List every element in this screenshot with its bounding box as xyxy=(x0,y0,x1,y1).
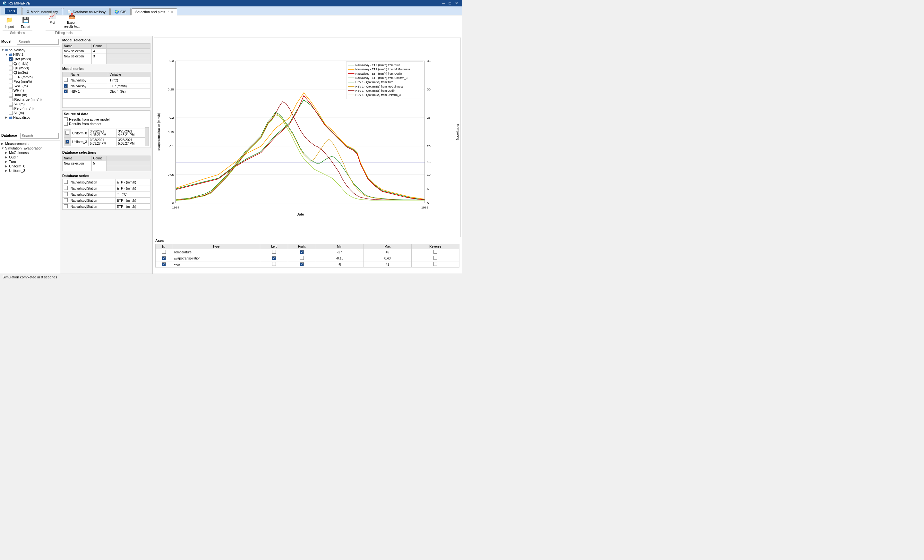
axes-left-checkbox-flow[interactable] xyxy=(272,262,276,266)
axes-right-evap[interactable] xyxy=(288,255,316,261)
tree-item-wh[interactable]: WH (-) xyxy=(8,88,59,93)
ms-check-2[interactable] xyxy=(63,83,69,89)
qtot-checkbox[interactable] xyxy=(9,57,13,61)
model-search-input[interactable] xyxy=(17,39,59,45)
tree-item-irecharge[interactable]: iRecharge (mm/h) xyxy=(8,97,59,102)
source-dataset-row[interactable]: Results from dataset xyxy=(64,121,149,126)
iperc-checkbox[interactable] xyxy=(9,106,13,110)
axes-x-checkbox-temp[interactable] xyxy=(162,250,166,254)
source-dataset-checkbox[interactable] xyxy=(64,122,68,126)
irecharge-checkbox[interactable] xyxy=(9,97,13,101)
database-search-input[interactable] xyxy=(20,133,59,139)
dbs-row-5[interactable]: Nauvalisoy|Station ETP - (mm/h) xyxy=(63,204,150,210)
dbs-check-2[interactable] xyxy=(63,186,69,192)
axes-x-checkbox-evap[interactable] xyxy=(162,256,166,260)
expand-simevap[interactable]: ▼ xyxy=(1,147,4,150)
tree-item-qr[interactable]: Qr (m3/s) xyxy=(8,61,59,66)
expand-oudin[interactable]: ▶ xyxy=(5,156,8,159)
ms-checkbox-1[interactable] xyxy=(64,78,68,82)
ds-check-1[interactable] xyxy=(64,129,71,138)
peq-checkbox[interactable] xyxy=(9,79,13,83)
source-active-checkbox[interactable] xyxy=(64,117,68,121)
qu-checkbox[interactable] xyxy=(9,66,13,70)
expand-nauvalisoy-leaf[interactable]: ▶ xyxy=(5,116,8,119)
expand-uniform3[interactable]: ▶ xyxy=(5,169,8,172)
dbs-row-1[interactable]: Nauvalisoy|Station ETP - (mm/h) xyxy=(63,179,150,186)
tree-item-simevap[interactable]: ▼ Simulation_Evaporation xyxy=(1,146,59,150)
axes-right-checkbox-flow[interactable] xyxy=(300,262,304,266)
export-results-button[interactable]: 📤 Exportresults to... xyxy=(62,10,82,30)
tree-item-hum[interactable]: Hum (m) xyxy=(8,93,59,97)
expand-nauvalisoy[interactable]: ▼ xyxy=(1,48,4,52)
import-button[interactable]: 📁 Import xyxy=(3,15,16,30)
tree-item-sl[interactable]: SL (m) xyxy=(8,111,59,115)
plot-button[interactable]: 📈 Plot xyxy=(45,10,59,30)
tree-item-measurements[interactable]: ▶ Measurements xyxy=(1,141,59,146)
axes-left-checkbox-temp[interactable] xyxy=(272,250,276,254)
axes-left-evap[interactable] xyxy=(260,255,288,261)
ms-row-1[interactable]: Nauvalisoy T (°C) xyxy=(63,77,150,83)
axes-x-flow[interactable] xyxy=(156,261,172,268)
axes-x-evap[interactable] xyxy=(156,255,172,261)
axes-right-checkbox-evap[interactable] xyxy=(300,256,304,260)
expand-turc[interactable]: ▶ xyxy=(5,160,8,163)
axes-right-checkbox-temp[interactable] xyxy=(300,250,304,254)
axes-reverse-checkbox-temp[interactable] xyxy=(434,250,437,254)
tree-item-etr[interactable]: ETR (mm/h) xyxy=(8,75,59,79)
tab-selplots[interactable]: Selection and plots * ✕ xyxy=(131,8,177,15)
ms-row-2[interactable]: Nauvalisoy ETP (mm/h) xyxy=(63,83,150,89)
tree-item-su[interactable]: SU (m) xyxy=(8,102,59,106)
tree-item-peq[interactable]: Peq (mm/h) xyxy=(8,79,59,84)
axes-left-temp[interactable] xyxy=(260,249,288,255)
swe-checkbox[interactable] xyxy=(9,84,13,88)
dbs-check-4[interactable] xyxy=(63,198,69,204)
tree-item-hbv1[interactable]: ▼ 🏔 HBV 1 xyxy=(4,52,59,57)
axes-right-flow[interactable] xyxy=(288,261,316,268)
maximize-button[interactable]: □ xyxy=(448,1,452,6)
tree-item-qu[interactable]: Qu (m3/s) xyxy=(8,66,59,70)
axes-x-checkbox-flow[interactable] xyxy=(162,262,166,266)
tree-item-nauvalisoy[interactable]: ▼ ⊞ nauvalisoy xyxy=(1,48,59,52)
axes-left-flow[interactable] xyxy=(260,261,288,268)
dbs-check-5[interactable] xyxy=(63,204,69,210)
dbs-check-1[interactable] xyxy=(63,179,69,186)
expand-uniform0[interactable]: ▶ xyxy=(5,165,8,168)
ms-checkbox-2[interactable] xyxy=(64,84,68,88)
source-active-row[interactable]: Results from active model xyxy=(64,117,149,121)
expand-hbv1[interactable]: ▼ xyxy=(5,53,8,56)
minimize-button[interactable]: ─ xyxy=(441,1,446,6)
model-sel-row-2[interactable]: New selection 3 xyxy=(63,54,150,59)
tree-item-ql[interactable]: Ql (m3/s) xyxy=(8,70,59,75)
ms-check-1[interactable] xyxy=(63,77,69,83)
axes-right-temp[interactable] xyxy=(288,249,316,255)
scrollbar-stub[interactable] xyxy=(145,127,149,146)
axes-reverse-checkbox-flow[interactable] xyxy=(434,262,437,266)
wh-checkbox[interactable] xyxy=(9,88,13,92)
tree-item-swe[interactable]: SWE (m) xyxy=(8,84,59,88)
tree-item-uniform0[interactable]: ▶ Uniform_0 xyxy=(4,164,59,168)
ms-check-3[interactable] xyxy=(63,89,69,94)
axes-x-temp[interactable] xyxy=(156,249,172,255)
dbs-row-2[interactable]: Nauvalisoy|Station ETP - (mm/h) xyxy=(63,186,150,192)
tab-close-icon[interactable]: ✕ xyxy=(170,10,173,14)
axes-left-checkbox-evap[interactable] xyxy=(272,256,276,260)
ms-row-3[interactable]: HBV 1 Qtot (m3/s) xyxy=(63,89,150,94)
axes-reverse-evap[interactable] xyxy=(411,255,459,261)
file-menu[interactable]: File ▾ xyxy=(1,7,21,15)
axes-reverse-temp[interactable] xyxy=(411,249,459,255)
expand-measurements[interactable]: ▶ xyxy=(1,142,4,145)
dbs-row-4[interactable]: Nauvalisoy|Station ETP - (mm/h) xyxy=(63,198,150,204)
ds-checkbox-2[interactable] xyxy=(66,140,69,144)
ql-checkbox[interactable] xyxy=(9,70,13,75)
expand-mcguinness[interactable]: ▶ xyxy=(5,151,8,154)
etr-checkbox[interactable] xyxy=(9,75,13,79)
su-checkbox[interactable] xyxy=(9,102,13,106)
dataset-row-2[interactable]: Uniform_3 3/23/2021 5:03:27 PM 3/23/2021… xyxy=(64,138,145,146)
tree-item-iperc[interactable]: iPerc (mm/h) xyxy=(8,106,59,111)
model-sel-row-1[interactable]: New selection 4 xyxy=(63,49,150,54)
title-bar-controls[interactable]: ─ □ ✕ xyxy=(441,1,459,6)
dbs-check-3[interactable] xyxy=(63,192,69,198)
tree-item-uniform3[interactable]: ▶ Uniform_3 xyxy=(4,168,59,173)
dataset-row-1[interactable]: Uniform_0 3/23/2021 4:45:21 PM 3/23/2021… xyxy=(64,129,145,138)
tree-item-mcguinness[interactable]: ▶ McGuinness xyxy=(4,150,59,155)
